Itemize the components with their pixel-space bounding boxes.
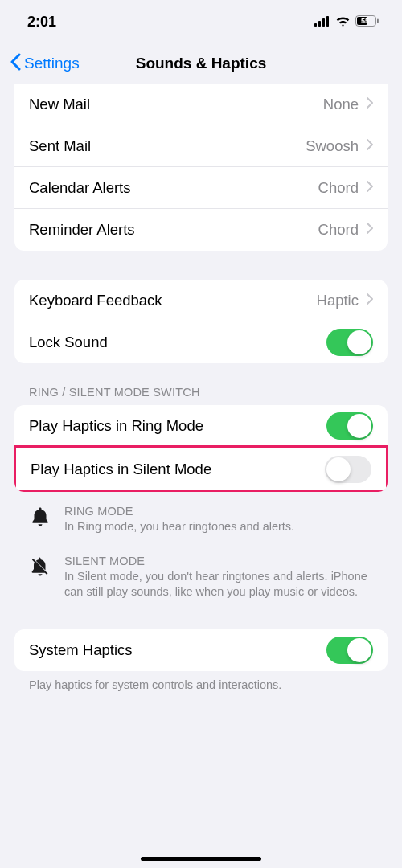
bell-icon: [29, 505, 51, 535]
row-label: Play Haptics in Silent Mode: [31, 461, 211, 478]
row-label: Lock Sound: [29, 334, 108, 351]
info-desc: In Silent mode, you don't hear ringtones…: [64, 569, 373, 600]
row-calendar-alerts[interactable]: Calendar Alerts Chord: [14, 167, 388, 209]
row-new-mail[interactable]: New Mail None: [14, 84, 388, 125]
svg-rect-6: [377, 18, 379, 23]
info-title: RING MODE: [64, 505, 373, 518]
battery-icon: 55: [355, 14, 379, 31]
svg-rect-3: [326, 16, 329, 27]
back-button[interactable]: Settings: [10, 53, 80, 75]
chevron-right-icon: [367, 139, 373, 154]
row-value: Haptic: [317, 292, 359, 309]
toggle-haptics-ring[interactable]: [326, 412, 373, 440]
wifi-icon: [335, 14, 351, 31]
back-label: Settings: [24, 55, 80, 72]
bell-slash-icon: [29, 555, 51, 600]
row-keyboard-feedback[interactable]: Keyboard Feedback Haptic: [14, 280, 388, 321]
status-bar: 2:01 55: [0, 0, 402, 43]
nav-header: Settings Sounds & Haptics: [0, 43, 402, 84]
info-ring-mode: RING MODE In Ring mode, you hear rington…: [14, 492, 388, 542]
row-value: Chord: [318, 179, 359, 197]
ring-silent-group: Play Haptics in Ring Mode Play Haptics i…: [14, 405, 388, 492]
system-haptics-group: System Haptics: [14, 629, 388, 671]
chevron-right-icon: [367, 97, 373, 112]
home-indicator[interactable]: [141, 857, 261, 861]
svg-rect-1: [318, 21, 321, 27]
row-value: Chord: [318, 221, 359, 239]
row-label: Keyboard Feedback: [29, 292, 162, 309]
row-value: Swoosh: [306, 137, 359, 155]
row-label: Play Haptics in Ring Mode: [29, 417, 203, 435]
chevron-right-icon: [367, 293, 373, 308]
row-label: New Mail: [29, 96, 90, 113]
section-header: RING / SILENT MODE SWITCH: [14, 363, 388, 405]
status-time: 2:01: [27, 14, 56, 31]
toggle-haptics-silent[interactable]: [325, 456, 371, 483]
row-haptics-silent: Play Haptics in Silent Mode: [16, 448, 386, 490]
row-reminder-alerts[interactable]: Reminder Alerts Chord: [14, 209, 388, 251]
toggle-lock-sound[interactable]: [326, 329, 373, 356]
row-haptics-ring: Play Haptics in Ring Mode: [14, 405, 388, 447]
svg-rect-2: [322, 18, 325, 27]
info-silent-mode: SILENT MODE In Silent mode, you don't he…: [14, 542, 388, 607]
row-system-haptics: System Haptics: [14, 629, 388, 671]
row-label: Reminder Alerts: [29, 221, 135, 239]
chevron-right-icon: [367, 181, 373, 195]
sounds-group: New Mail None Sent Mail Swoosh Calendar …: [14, 84, 388, 251]
highlight-annotation: Play Haptics in Silent Mode: [14, 445, 388, 492]
feedback-group: Keyboard Feedback Haptic Lock Sound: [14, 280, 388, 363]
row-label: Calendar Alerts: [29, 179, 130, 197]
cellular-icon: [314, 14, 330, 31]
status-right: 55: [314, 14, 379, 31]
row-label: Sent Mail: [29, 137, 91, 155]
svg-text:55: 55: [361, 17, 369, 25]
page-title: Sounds & Haptics: [136, 55, 267, 72]
footer-text: Play haptics for system controls and int…: [14, 671, 388, 694]
row-value: None: [323, 96, 359, 113]
row-lock-sound: Lock Sound: [14, 321, 388, 363]
info-desc: In Ring mode, you hear ringtones and ale…: [64, 519, 373, 535]
chevron-left-icon: [10, 53, 21, 75]
row-label: System Haptics: [29, 641, 133, 659]
svg-rect-0: [314, 23, 317, 27]
row-sent-mail[interactable]: Sent Mail Swoosh: [14, 125, 388, 167]
info-title: SILENT MODE: [64, 555, 373, 567]
chevron-right-icon: [367, 223, 373, 237]
toggle-system-haptics[interactable]: [326, 637, 373, 664]
